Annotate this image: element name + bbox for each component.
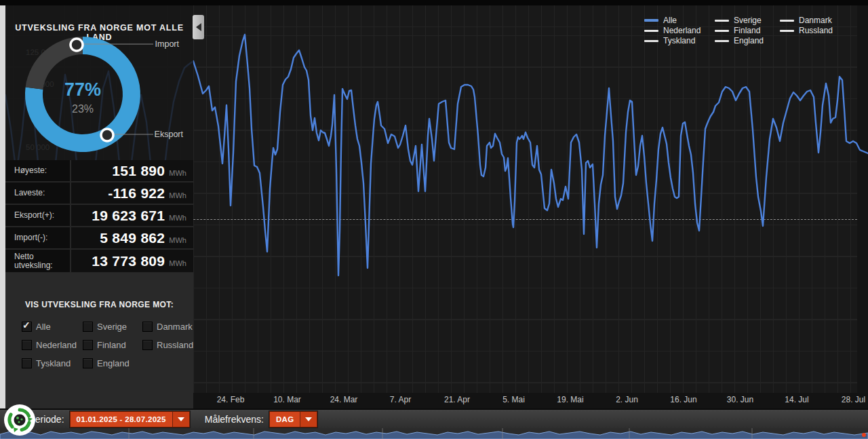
checkbox-russland[interactable]: Russland	[142, 336, 193, 354]
country-filter-section: VIS UTVEKSLING FRA NORGE MOT: ✓AlleSveri…	[5, 273, 193, 409]
x-axis-label: 19. Mai	[557, 395, 583, 404]
legend-dash-icon	[780, 20, 794, 22]
import-export-donut: 77% 23% Import Eksport	[5, 5, 193, 161]
legend-dash-icon	[715, 30, 729, 32]
legend-item-sverige[interactable]: Sverige	[715, 16, 780, 25]
legend-item-nederland[interactable]: Nederland	[644, 26, 715, 35]
checkbox-label: Nederland	[36, 340, 77, 350]
filter-title: VIS UTVEKSLING FRA NORGE MOT:	[5, 300, 193, 309]
checkbox-england[interactable]: England	[83, 354, 142, 373]
eksport-label: Eksport	[155, 130, 184, 139]
stats-row: Laveste:-116 922MWh	[5, 183, 193, 204]
stats-unit: MWh	[169, 255, 186, 267]
stats-label: Import(-):	[5, 227, 70, 248]
checkbox-box: ✓	[22, 322, 32, 332]
stats-value-cell: 19 623 671MWh	[71, 205, 193, 226]
stats-row: Høyeste:151 890MWh	[5, 160, 193, 181]
checkbox-label: Finland	[97, 340, 126, 350]
legend-label: Sverige	[734, 16, 762, 25]
checkbox-label: Russland	[157, 340, 193, 350]
bottom-toolbar: Tidsperiode: 01.01.2025 - 28.07.2025 Mål…	[0, 408, 868, 428]
legend-label: Tyskland	[663, 37, 695, 45]
navigator-area	[0, 432, 868, 439]
legend-item-alle[interactable]: Alle	[644, 16, 715, 25]
stats-value-cell: 13 773 809MWh	[71, 250, 193, 272]
stats-value-cell: -116 922MWh	[71, 183, 193, 204]
stats-label: Høyeste:	[5, 160, 70, 181]
checkbox-label: Danmark	[157, 322, 193, 332]
checkbox-label: Tyskland	[36, 358, 71, 368]
tidsperiode-value: 01.01.2025 - 28.07.2025	[71, 412, 172, 427]
legend-dash-icon	[644, 30, 658, 32]
legend-dash-icon	[780, 30, 794, 32]
eksport-marker	[101, 129, 113, 141]
import-label: Import	[155, 39, 180, 49]
legend-label: Danmark	[799, 16, 832, 25]
stats-unit: MWh	[169, 210, 186, 222]
stats-value: 19 623 671	[92, 208, 165, 224]
checkbox-box	[83, 340, 93, 350]
checkbox-box	[22, 340, 32, 350]
legend-label: Alle	[663, 16, 677, 25]
checkbox-danmark[interactable]: Danmark	[142, 318, 193, 336]
checkbox-label: Sverige	[97, 322, 127, 332]
checkbox-alle[interactable]: ✓Alle	[22, 318, 83, 336]
x-axis-label: 2. Jun	[616, 395, 638, 404]
stats-unit: MWh	[169, 187, 186, 199]
x-axis-label: 28. Jul	[842, 395, 865, 404]
eco-badge-icon[interactable]	[3, 404, 36, 436]
chart-legend: AlleSverigeDanmarkNederlandFinlandRussla…	[644, 16, 842, 45]
x-axis-label: 10. Mar	[273, 395, 301, 404]
checkbox-tyskland[interactable]: Tyskland	[22, 354, 83, 373]
stats-label: Netto utveksling:	[5, 250, 70, 272]
malefrekvens-dropdown[interactable]: DAG	[269, 411, 317, 427]
legend-item-danmark[interactable]: Danmark	[780, 16, 842, 25]
legend-item-russland[interactable]: Russland	[780, 26, 842, 35]
stats-value: 151 890	[112, 163, 165, 179]
legend-item-england[interactable]: England	[715, 36, 780, 45]
checkbox-box	[142, 322, 153, 332]
checkbox-box	[83, 322, 93, 332]
checkbox-nederland[interactable]: Nederland	[22, 336, 83, 354]
panel-collapse-button[interactable]	[193, 15, 204, 39]
malefrekvens-value: DAG	[270, 412, 300, 427]
left-edge-strip	[0, 5, 5, 408]
stats-value-cell: 151 890MWh	[71, 160, 193, 181]
plot-right-margin	[857, 5, 868, 408]
stats-row: Import(-):5 849 862MWh	[5, 227, 193, 248]
checkbox-label: England	[97, 358, 130, 368]
stats-unit: MWh	[169, 232, 186, 244]
legend-label: England	[734, 37, 764, 45]
x-axis-label: 24. Feb	[217, 395, 245, 404]
x-axis-label: 7. Apr	[390, 395, 411, 404]
range-navigator[interactable]	[0, 428, 868, 439]
stats-value: 5 849 862	[100, 230, 165, 246]
dropdown-arrow-icon	[300, 412, 317, 427]
stats-value-cell: 5 849 862MWh	[71, 227, 193, 248]
navigator-handle[interactable]	[862, 433, 866, 437]
legend-label: Russland	[799, 26, 833, 35]
stats-value: -116 922	[108, 185, 165, 202]
navigator-chart	[0, 428, 868, 439]
stats-table: Høyeste:151 890MWhLaveste:-116 922MWhEks…	[5, 160, 193, 273]
legend-dash-icon	[715, 40, 729, 42]
legend-item-tyskland[interactable]: Tyskland	[644, 36, 715, 45]
checkbox-sverige[interactable]: Sverige	[83, 318, 142, 336]
x-axis-label: 16. Jun	[670, 395, 696, 404]
legend-label: Finland	[734, 26, 760, 35]
stats-row: Eksport(+):19 623 671MWh	[5, 205, 193, 226]
checkbox-finland[interactable]: Finland	[83, 336, 142, 354]
malefrekvens-label: Målefrekvens:	[205, 414, 264, 425]
tidsperiode-dropdown[interactable]: 01.01.2025 - 28.07.2025	[70, 411, 190, 427]
legend-dash-icon	[644, 40, 658, 42]
checkbox-label: Alle	[36, 322, 51, 332]
filter-checkbox-grid: ✓AlleSverigeDanmarkNederlandFinlandRussl…	[22, 318, 184, 373]
checkbox-box	[142, 340, 153, 350]
legend-item-finland[interactable]: Finland	[715, 26, 780, 35]
stats-label: Eksport(+):	[5, 205, 70, 226]
x-axis-label: 21. Apr	[444, 395, 470, 404]
x-axis-label: 30. Jun	[727, 395, 753, 404]
dropdown-arrow-icon	[172, 412, 189, 427]
import-percentage: 23%	[72, 103, 94, 115]
legend-label: Nederland	[663, 26, 701, 35]
